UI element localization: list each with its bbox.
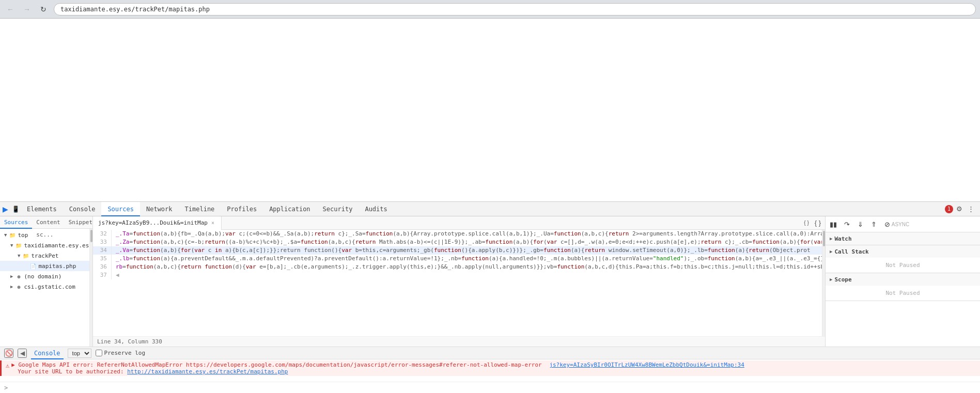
console-input[interactable]	[10, 384, 976, 391]
tab-network[interactable]: Network	[140, 202, 179, 216]
sub-tab-content-scripts[interactable]: Content sc...	[32, 216, 64, 229]
browser-page	[0, 19, 980, 201]
inspect-icon[interactable]: ▶	[0, 204, 10, 214]
tree-label-csigstatic: csi.gstatic.com	[24, 284, 75, 290]
console-area: 🚫 ◀ Console top Preserve log ⚠ ▶	[0, 347, 980, 393]
call-stack-header[interactable]: ▶ Call Stack	[826, 245, 980, 258]
format-icon[interactable]: { }	[801, 218, 812, 228]
line-num-36: 36	[93, 263, 112, 271]
sub-tab-sources[interactable]: Sources	[0, 216, 32, 229]
watch-chevron: ▶	[830, 236, 832, 241]
line-content-32: _.Ta=function(a,b){fb=_.Qa(a,b);var c;(c…	[112, 230, 822, 238]
code-editor-right-icons: { } { }	[801, 218, 825, 228]
file-tree-scrollbar[interactable]	[89, 229, 92, 347]
tree-item-mapitas[interactable]: ▶ 📄 mapitas.php	[0, 261, 89, 271]
back-button[interactable]: ←	[4, 3, 17, 15]
domain-icon-csigstatic: ●	[15, 283, 22, 290]
tab-sources[interactable]: Sources	[101, 202, 140, 216]
code-line-34: 34 _.Va=function(a,b){for(var c in a){b(…	[93, 246, 822, 255]
line-num-34: 34	[93, 246, 112, 255]
debugger-buttons: ▮▮ ↷ ⇓ ⇑ ⊘ ASYNC	[826, 216, 980, 232]
tab-audits[interactable]: Audits	[359, 202, 393, 216]
console-prompt: >	[4, 384, 8, 391]
more-icon[interactable]: ⋮	[966, 204, 976, 214]
preserve-log-label: Preserve log	[96, 350, 145, 356]
console-error-text2: Your site URL to be authorized:	[18, 368, 123, 375]
line-num-35: 35	[93, 255, 112, 263]
tab-console[interactable]: Console	[63, 202, 102, 216]
tree-item-taxidiamante[interactable]: ▼ 📁 taxidiamante.esy.es	[0, 240, 89, 250]
tab-profiles[interactable]: Profiles	[221, 202, 263, 216]
devtools-main: Sources Content sc... Snippets ⋮ ▼ 📁 top	[0, 216, 980, 347]
async-button[interactable]: ASYNC	[895, 218, 906, 230]
debugger-panel: ▮▮ ↷ ⇓ ⇑ ⊘ ASYNC ▶ Watch	[825, 216, 980, 347]
console-error-source-link[interactable]: js?key=AIzaSyBIr0OITrLzUW4Xw8BWemLeZbbQt…	[549, 361, 744, 368]
call-stack-label: Call Stack	[834, 248, 868, 255]
main-tab-bar: Elements Console Sources Network Timelin…	[21, 202, 945, 216]
step-out-button[interactable]: ⇑	[868, 218, 879, 230]
sources-sidebar: Sources Content sc... Snippets ⋮ ▼ 📁 top	[0, 216, 93, 347]
address-bar[interactable]: taxidiamante.esy.es/trackPet/mapitas.php	[54, 3, 976, 15]
tree-item-nodomain[interactable]: ▶ ● (no domain)	[0, 271, 89, 281]
watch-header[interactable]: ▶ Watch	[826, 232, 980, 245]
error-badge: 1	[945, 205, 953, 213]
device-icon[interactable]: 📱	[10, 204, 21, 214]
pause-button[interactable]: ▮▮	[828, 218, 839, 230]
console-error-line2: Your site URL to be authorized: http://t…	[11, 368, 976, 375]
call-stack-not-paused: Not Paused	[830, 260, 976, 271]
devtools-right-icons: 1 ⚙ ⋮	[945, 204, 980, 214]
folder-icon-taxidiamante: 📁	[15, 242, 22, 249]
tree-item-top[interactable]: ▼ 📁 top	[0, 230, 89, 240]
console-messages: ⚠ ▶ Google Maps API error: RefererNotAll…	[0, 359, 980, 382]
error-prefix: ▶	[11, 361, 18, 368]
line-content-34: _.Va=function(a,b){for(var c in a){b(c,a…	[112, 246, 822, 255]
file-tree-scroll-thumb	[90, 230, 92, 242]
settings-icon[interactable]: ⚙	[954, 204, 965, 214]
code-tab-mapscript[interactable]: js?key=AIzaSyB9...Douik&=initMap ×	[93, 216, 222, 230]
console-context-selector[interactable]: top	[68, 349, 91, 358]
console-error-row: ⚠ ▶ Google Maps API error: RefererNotAll…	[0, 360, 980, 376]
call-stack-content: Not Paused	[826, 258, 980, 273]
code-line-36: 36 rb=function(a,b,c){return function(d)…	[93, 263, 822, 271]
console-filter-icon[interactable]: ◀	[18, 349, 27, 358]
console-error-link[interactable]: http://taxidiamante.esy.es/trackPet/mapi…	[127, 368, 288, 375]
tab-elements[interactable]: Elements	[21, 202, 63, 216]
step-over-button[interactable]: ↷	[841, 218, 852, 230]
tab-timeline[interactable]: Timeline	[179, 202, 221, 216]
tab-security[interactable]: Security	[317, 202, 359, 216]
step-into-button[interactable]: ⇓	[854, 218, 866, 230]
line-content-33: _.Za=function(a,b,c){c=-b;return((a-b)%c…	[112, 238, 822, 246]
console-tab[interactable]: Console	[31, 347, 64, 359]
line-content-36: rb=function(a,b,c){return function(d){va…	[112, 263, 822, 271]
tab-application[interactable]: Application	[263, 202, 316, 216]
code-line-37: 37 ◀	[93, 271, 822, 279]
code-tab-bar: js?key=AIzaSyB9...Douik&=initMap × { } {…	[93, 216, 825, 230]
call-stack-chevron: ▶	[830, 249, 832, 254]
watch-section: ▶ Watch	[826, 232, 980, 245]
line-content-35: _.lb=function(a){a.preventDefault&&_.m.a…	[112, 255, 822, 263]
devtools-header: ▶ 📱 Elements Console Sources Network Tim…	[0, 202, 980, 216]
reload-button[interactable]: ↻	[37, 3, 50, 15]
code-tab-label: js?key=AIzaSyB9...Douik&=initMap	[98, 219, 208, 226]
code-scroll-thumb	[823, 231, 825, 246]
console-toolbar: 🚫 ◀ Console top Preserve log	[0, 347, 980, 359]
tree-label-trackpet: trackPet	[31, 253, 58, 259]
preserve-log-text: Preserve log	[104, 350, 145, 356]
tree-item-trackpet[interactable]: ▼ 📁 trackPet	[0, 250, 89, 261]
code-content[interactable]: 32 _.Ta=function(a,b){fb=_.Qa(a,b);var c…	[93, 230, 822, 336]
deactivate-button[interactable]: ⊘	[881, 218, 893, 230]
code-tab-close-icon[interactable]: ×	[210, 220, 216, 226]
file-tree-container: ▼ 📁 top ▼ 📁 taxidiamante.esy.es ▼ 📁	[0, 229, 92, 347]
scope-header[interactable]: ▶ Scope	[826, 273, 980, 286]
pretty-print-icon[interactable]: { }	[813, 218, 823, 228]
scope-content: Not Paused	[826, 286, 980, 301]
browser-chrome: ← → ↻ taxidiamante.esy.es/trackPet/mapit…	[0, 0, 980, 19]
code-line-32: 32 _.Ta=function(a,b){fb=_.Qa(a,b);var c…	[93, 230, 822, 238]
forward-button[interactable]: →	[21, 3, 33, 15]
tree-item-csigstatic[interactable]: ▶ ● csi.gstatic.com	[0, 281, 89, 292]
scope-section: ▶ Scope Not Paused	[826, 273, 980, 301]
code-line-35: 35 _.lb=function(a){a.preventDefault&&_.…	[93, 255, 822, 263]
tree-label-top: top	[18, 232, 28, 239]
console-clear-icon[interactable]: 🚫	[4, 349, 13, 358]
preserve-log-checkbox[interactable]	[96, 350, 102, 356]
